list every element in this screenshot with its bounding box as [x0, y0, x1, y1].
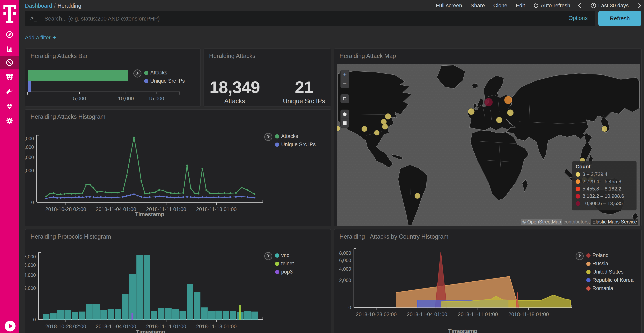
data-point[interactable]: [206, 196, 207, 198]
data-point[interactable]: [213, 193, 215, 194]
bar-vnc[interactable]: [136, 255, 143, 319]
ems-attribution[interactable]: Elastic Maps Service: [591, 219, 638, 225]
sidebar-item-devtools[interactable]: [0, 85, 19, 99]
data-point[interactable]: [178, 192, 180, 194]
data-point[interactable]: [202, 168, 203, 169]
search-input[interactable]: [44, 11, 543, 27]
bar-vnc[interactable]: [100, 309, 107, 319]
data-point[interactable]: [126, 195, 128, 197]
data-point[interactable]: [218, 192, 220, 194]
data-point[interactable]: [235, 192, 237, 194]
data-point[interactable]: [224, 192, 226, 194]
data-point[interactable]: [53, 192, 54, 194]
data-point[interactable]: [209, 192, 211, 194]
bar-vnc[interactable]: [64, 310, 71, 319]
attack-location-dot[interactable]: [507, 110, 514, 116]
bar-vnc[interactable]: [79, 311, 86, 319]
data-point[interactable]: [198, 193, 200, 194]
data-point[interactable]: [74, 193, 76, 194]
data-point[interactable]: [140, 196, 142, 198]
panel-title[interactable]: Heralding Attacks Bar: [30, 53, 88, 60]
data-point[interactable]: [46, 198, 47, 199]
data-point[interactable]: [174, 192, 176, 194]
data-point[interactable]: [166, 191, 168, 193]
data-point[interactable]: [46, 195, 47, 197]
legend-item[interactable]: Russia: [586, 261, 634, 267]
data-point[interactable]: [206, 189, 207, 191]
sidebar-item-management[interactable]: [0, 114, 19, 128]
bar-vnc[interactable]: [129, 274, 136, 319]
legend-item[interactable]: United States: [586, 269, 634, 275]
attacks-histogram-chart[interactable]: 02,0004,0006,0008,0002018-10-28 02:00201…: [25, 110, 331, 226]
draw-polygon-button[interactable]: [340, 110, 349, 119]
data-point[interactable]: [110, 197, 112, 199]
bar-telnet[interactable]: [240, 305, 241, 319]
bar-vnc[interactable]: [172, 309, 179, 319]
bar-vnc[interactable]: [93, 304, 100, 319]
data-point[interactable]: [78, 192, 80, 194]
data-point[interactable]: [53, 196, 54, 198]
edit-button[interactable]: Edit: [516, 3, 525, 9]
bar-vnc[interactable]: [252, 311, 258, 319]
data-point[interactable]: [209, 197, 211, 199]
data-point[interactable]: [130, 194, 131, 196]
data-point[interactable]: [71, 197, 73, 199]
data-point[interactable]: [213, 196, 215, 198]
legend-item[interactable]: Poland: [586, 252, 634, 258]
data-point[interactable]: [122, 191, 124, 192]
sidebar-item-monitoring[interactable]: [0, 99, 19, 113]
attack-location-dot[interactable]: [374, 130, 380, 135]
data-point[interactable]: [190, 187, 192, 189]
attack-location-dot[interactable]: [362, 126, 367, 132]
data-point[interactable]: [137, 156, 138, 158]
refresh-button[interactable]: Refresh: [598, 11, 641, 26]
bar-vnc[interactable]: [144, 255, 150, 319]
data-point[interactable]: [158, 195, 160, 197]
options-link[interactable]: Options: [568, 15, 588, 21]
data-point[interactable]: [174, 197, 176, 199]
legend-toggle-icon[interactable]: [264, 133, 272, 141]
legend-item[interactable]: pop3: [275, 269, 294, 275]
data-point[interactable]: [49, 193, 51, 194]
add-filter-link[interactable]: Add a filter+: [25, 34, 56, 41]
data-point[interactable]: [235, 196, 237, 198]
data-point[interactable]: [182, 192, 184, 194]
sidebar-item-dashboard[interactable]: [0, 56, 19, 70]
data-point[interactable]: [241, 196, 243, 198]
bar-vnc[interactable]: [72, 312, 78, 319]
data-point[interactable]: [162, 190, 164, 191]
panel-title[interactable]: Heralding Protocols Histogram: [30, 233, 111, 240]
panel-title[interactable]: Heralding Attacks Histogram: [30, 113, 106, 120]
time-back-button[interactable]: [579, 4, 582, 7]
sidebar-collapse-button[interactable]: [5, 321, 16, 331]
data-point[interactable]: [247, 196, 248, 198]
osm-attribution[interactable]: © OpenStreetMap: [521, 219, 562, 225]
attack-location-dot[interactable]: [382, 124, 388, 130]
data-point[interactable]: [93, 196, 94, 198]
data-point[interactable]: [89, 184, 91, 185]
map-zoom-out-button[interactable]: −: [340, 79, 349, 88]
bar-vnc[interactable]: [208, 311, 215, 319]
data-point[interactable]: [224, 196, 226, 198]
time-range-picker[interactable]: Last 30 days: [590, 3, 629, 9]
attack-map-canvas[interactable]: + − Count 3 – 2,729.42,: [337, 64, 640, 226]
data-point[interactable]: [149, 192, 151, 194]
data-point[interactable]: [166, 196, 168, 198]
data-point[interactable]: [186, 164, 188, 166]
data-point[interactable]: [170, 196, 172, 198]
bar-vnc[interactable]: [223, 311, 229, 319]
panel-title[interactable]: Heralding Attack Map: [340, 53, 396, 60]
attack-location-dot[interactable]: [602, 126, 608, 132]
data-point[interactable]: [74, 196, 76, 198]
bar-vnc[interactable]: [115, 309, 121, 319]
legend-toggle-icon[interactable]: [134, 70, 142, 78]
data-point[interactable]: [78, 196, 80, 198]
legend-toggle-icon[interactable]: [576, 252, 584, 260]
data-point[interactable]: [110, 192, 112, 193]
data-point[interactable]: [105, 196, 106, 198]
data-point[interactable]: [93, 187, 94, 189]
bar-vnc[interactable]: [43, 314, 50, 319]
data-point[interactable]: [100, 191, 102, 192]
data-point[interactable]: [82, 192, 84, 194]
data-point[interactable]: [241, 187, 243, 188]
